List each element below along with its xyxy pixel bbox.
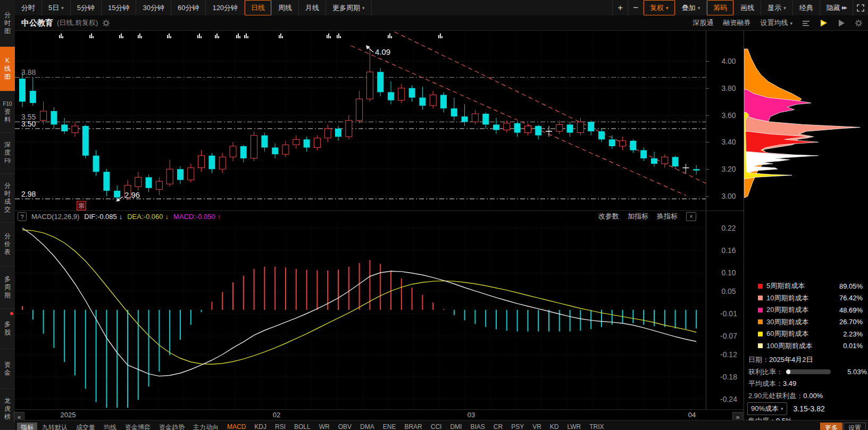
sidebar-multi-stock-label: 股 xyxy=(4,328,11,336)
indicator-tab-主力动向[interactable]: 主力动向 xyxy=(189,423,222,430)
sidebar-price-table[interactable]: 分价表 xyxy=(0,223,15,266)
period-monthly-label: 月线 xyxy=(305,3,319,13)
indicator-tab-psy[interactable]: PSY xyxy=(507,423,528,430)
indicator-tab-九转默认[interactable]: 九转默认 xyxy=(38,423,71,430)
draw-line-button[interactable]: 画线 xyxy=(733,0,761,15)
chips-button[interactable]: 筹码 xyxy=(706,0,733,15)
indicator-tab-kd[interactable]: KD xyxy=(546,423,563,430)
cost-range-value: 3.15-3.82 xyxy=(794,404,825,413)
more-indicators-button[interactable]: 更多 xyxy=(820,423,842,430)
period-5min[interactable]: 5分钟 xyxy=(71,0,102,15)
ma-settings-dropdown[interactable]: 设置均线▾ xyxy=(760,18,792,28)
play-icon[interactable] xyxy=(838,19,845,27)
indicator-tab-trix[interactable]: TRIX xyxy=(586,423,607,430)
block-trade-badge[interactable]: 宗 xyxy=(77,201,86,210)
profit-ratio-value: 5.03% xyxy=(847,368,867,376)
link-shenzhen-connect[interactable]: 深股通 xyxy=(692,18,713,28)
period-more-label: 更多周期 xyxy=(332,3,360,13)
zoom-in-button[interactable]: + xyxy=(612,0,628,15)
sidebar-multi-period[interactable]: 多周期 xyxy=(0,266,15,309)
zoom-out-button-label: − xyxy=(633,3,638,13)
legend-value: 26.70% xyxy=(839,318,863,326)
indicator-tab-wr[interactable]: WR xyxy=(315,423,333,430)
indicator-tab-boll[interactable]: BOLL xyxy=(290,423,314,430)
indicator-tab-kdj[interactable]: KDJ xyxy=(251,423,270,430)
chevron-down-icon: ▾ xyxy=(790,21,792,26)
hide-button[interactable]: 隐藏▶▶ xyxy=(820,0,853,15)
macd-arrow-icon: ↑ xyxy=(218,213,221,221)
sidebar-f10[interactable]: F10资料 xyxy=(0,91,15,133)
play-glyph xyxy=(838,19,845,27)
macd-chart[interactable] xyxy=(15,211,706,409)
flag-icon[interactable] xyxy=(820,19,828,27)
close-icon[interactable]: × xyxy=(686,212,696,221)
period-15min[interactable]: 15分钟 xyxy=(102,0,136,15)
gear-icon[interactable] xyxy=(102,19,110,27)
price-axis-label: 4.00 xyxy=(717,57,740,65)
period-weekly[interactable]: 周线 xyxy=(272,0,299,15)
indicator-tab-ene[interactable]: ENE xyxy=(379,423,400,430)
switch-indicator-button[interactable]: 换指标 xyxy=(657,212,678,221)
indicator-tab-macd[interactable]: MACD xyxy=(223,423,249,430)
sidebar-timeshare[interactable]: 分时图 xyxy=(0,0,15,47)
indicator-tab-资金博弈[interactable]: 资金博弈 xyxy=(121,423,154,430)
legend-label: 5周期前成本 xyxy=(766,281,805,291)
indicator-tab-资金趋势[interactable]: 资金趋势 xyxy=(155,423,188,430)
cost-range-label: 90%成本 xyxy=(751,404,779,414)
price-level-label: 3.88 xyxy=(21,68,36,77)
legend-value: 48.69% xyxy=(839,306,863,314)
list-icon[interactable] xyxy=(802,20,810,27)
period-minute[interactable]: 分时 xyxy=(15,0,42,15)
indicator-tab-lwr[interactable]: LWR xyxy=(564,423,585,430)
indicator-tab-vr[interactable]: VR xyxy=(529,423,545,430)
indicator-tab-dma[interactable]: DMA xyxy=(356,423,378,430)
period-5day[interactable]: 5日▾ xyxy=(42,0,71,15)
overlay-button[interactable]: 叠加▾ xyxy=(675,0,707,15)
sidebar-funds[interactable]: 资金 xyxy=(0,349,15,389)
indicator-tab-指标[interactable]: 指标 xyxy=(17,423,37,430)
change-params-button[interactable]: 改参数 xyxy=(598,212,619,221)
adjust-mode-button[interactable]: 复权▾ xyxy=(643,0,675,15)
classic-button[interactable]: 经典 xyxy=(792,0,820,15)
indicator-tab-cci[interactable]: CCI xyxy=(427,423,446,430)
legend-label: 30周期前成本 xyxy=(766,317,808,327)
add-indicator-button[interactable]: 加指标 xyxy=(628,212,648,221)
chevron-down-icon: ▾ xyxy=(666,5,669,11)
indicator-tab-bias[interactable]: BIAS xyxy=(466,423,488,430)
indicator-settings-button[interactable]: 设置 xyxy=(844,423,866,430)
indicator-tab-rsi[interactable]: RSI xyxy=(271,423,289,430)
sidebar-kline[interactable]: K线图 xyxy=(0,47,15,91)
period-120min[interactable]: 120分钟 xyxy=(206,0,245,15)
macd-axis-label: -0.18 xyxy=(717,373,740,381)
classic-button-label: 经典 xyxy=(799,3,813,13)
period-60min[interactable]: 60分钟 xyxy=(171,0,206,15)
period-daily[interactable]: 日线 xyxy=(245,0,272,15)
price-level-label: 2.98 xyxy=(21,190,36,198)
cost-range-dropdown[interactable]: 90%成本▾ xyxy=(747,402,787,415)
kline-chart[interactable]: 4.092.96 xyxy=(15,30,706,210)
chip-legend-row: 100周期前成本0.01% xyxy=(744,340,867,352)
indicator-tab-dmi[interactable]: DMI xyxy=(446,423,465,430)
sidebar-tick-trades[interactable]: 分时成交 xyxy=(0,174,15,223)
price-axis-label: 3.40 xyxy=(717,138,740,146)
period-monthly[interactable]: 月线 xyxy=(299,0,326,15)
zoom-out-button[interactable]: − xyxy=(628,0,643,15)
sidebar-dragon-tiger[interactable]: 龙虎榜 xyxy=(0,389,15,430)
display-button[interactable]: 显示▾ xyxy=(761,0,792,15)
sidebar-depth-f9[interactable]: 深度F9 xyxy=(0,133,15,174)
indicator-tab-cr[interactable]: CR xyxy=(490,423,506,430)
link-margin-trading[interactable]: 融资融券 xyxy=(723,18,750,28)
indicator-tab-obv[interactable]: OBV xyxy=(335,423,355,430)
adjust-mode-button-label: 复权 xyxy=(650,3,664,13)
indicator-tab-均线[interactable]: 均线 xyxy=(100,423,120,430)
indicator-tab-成交量[interactable]: 成交量 xyxy=(72,423,99,430)
legend-swatch xyxy=(758,343,763,348)
period-more[interactable]: 更多周期▾ xyxy=(326,0,372,15)
help-icon[interactable]: ? xyxy=(18,212,27,221)
fullscreen-button[interactable] xyxy=(853,0,868,15)
indicator-tab-brar[interactable]: BRAR xyxy=(400,423,425,430)
period-30min[interactable]: 30分钟 xyxy=(136,0,171,15)
sidebar-multi-stock[interactable]: 多股 xyxy=(0,309,15,349)
macd-axis-label: -0.24 xyxy=(717,395,740,403)
gear-icon[interactable] xyxy=(855,19,863,27)
